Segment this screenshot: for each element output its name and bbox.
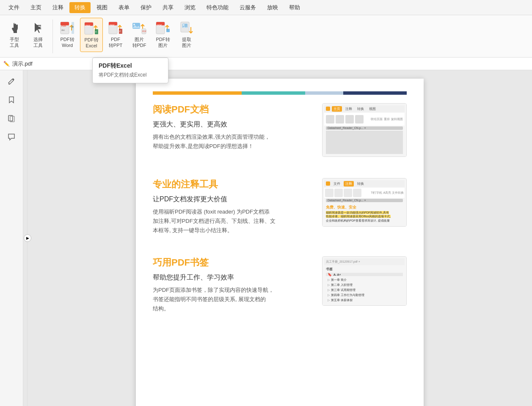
section-bookmark-body: 为PDF页面添加书签，除了实现内容的快速导航，书签还能指明不同书签的层级关系, … (153, 285, 314, 313)
excel-convert-icon: PDF X (84, 21, 99, 36)
svg-rect-31 (166, 29, 170, 32)
mini-ui-reader: 主页 注释 转换 视图 联结页面 重排 (323, 104, 406, 156)
pdf-to-word-button[interactable]: PDF doc W PDF转Word (56, 18, 78, 51)
menu-cloud[interactable]: 云服务 (234, 2, 261, 13)
mini-ui-bookmark: 员工手册_20120917.pdf × 书签 🔖 A- A+ ▷第一章 简介 ▷… (323, 257, 406, 305)
hand-tool-icon (7, 20, 22, 36)
svg-text:PDF: PDF (110, 24, 115, 27)
svg-rect-1 (37, 28, 41, 29)
section-read-text: 阅读PDF文档 更强大、更实用、更高效 拥有出色的文档渲染效果,强大的页面管理功… (153, 103, 314, 151)
svg-text:PDF: PDF (85, 25, 91, 27)
page-top-bar (153, 91, 407, 95)
dropdown-popup: PDF转Excel 将PDF文档转成Excel (92, 58, 168, 83)
word-convert-icon: PDF doc W (60, 20, 75, 36)
section-read: 阅读PDF文档 更强大、更实用、更高效 拥有出色的文档渲染效果,强大的页面管理功… (153, 103, 407, 157)
section-bookmark-title: 巧用PDF书签 (153, 256, 314, 269)
pdf-to-image-label: PDF转图片 (156, 36, 170, 49)
menu-file[interactable]: 文件 (3, 2, 25, 13)
extract-image-icon (179, 20, 194, 36)
svg-text:PDF: PDF (157, 24, 162, 27)
pdf-to-img-icon: PDF (155, 20, 171, 36)
image-to-pdf-icon: PDF (132, 20, 147, 36)
section-read-body: 拥有出色的文档渲染效果,强大的页面管理功能，帮助提升效率,是您阅读PDF的理想选… (153, 132, 314, 151)
hand-icon (8, 21, 21, 35)
select-tool-button[interactable]: 选择工具 (27, 18, 49, 51)
pdf-to-ppt-label: PDF转PPT (109, 36, 122, 49)
menu-annotate[interactable]: 注释 (47, 2, 69, 13)
image-to-pdf-button[interactable]: PDF 图片转PDF (128, 18, 150, 51)
extract-image-button[interactable]: 提取图片 (176, 18, 198, 51)
pdf-page: 阅读PDF文档 更强大、更实用、更高效 拥有出色的文档渲染效果,强大的页面管理功… (136, 79, 424, 406)
sidebar-bookmark-icon[interactable] (4, 92, 19, 107)
mini-annot-content: 免费、快速、安全 福昕阅读器是一款功能强大的PDF阅读软件,具有 性能卓著。福昕… (324, 203, 405, 225)
menu-present[interactable]: 放映 (262, 2, 283, 13)
img-to-pdf-icon: PDF (132, 20, 147, 36)
menu-share[interactable]: 共享 (157, 2, 179, 13)
menu-protect[interactable]: 保护 (135, 2, 157, 13)
bar-light (305, 91, 343, 95)
bar-orange (153, 91, 242, 95)
pencil-icon (7, 77, 16, 85)
cursor-icon (31, 21, 45, 35)
collapse-button[interactable]: ▶ (24, 234, 31, 242)
select-tool-icon (30, 20, 46, 36)
svg-point-23 (133, 24, 135, 25)
extract-img-icon (179, 20, 194, 36)
main-layout: ▶ 阅读PDF文档 更强大、更实用、更高效 拥有出色的文档渲染效果,强大的页面管… (0, 70, 532, 406)
pdf-to-image-button[interactable]: PDF PDF转图片 (152, 18, 174, 51)
menu-view[interactable]: 视图 (91, 2, 113, 13)
svg-point-34 (183, 24, 185, 26)
select-tool-label: 选择工具 (33, 36, 43, 49)
dropdown-title: PDF转Excel (99, 62, 162, 70)
section-bookmark-image: 员工手册_20120917.pdf × 书签 🔖 A- A+ ▷第一章 简介 ▷… (322, 256, 407, 306)
content-area[interactable]: 阅读PDF文档 更强大、更实用、更高效 拥有出色的文档渲染效果,强大的页面管理功… (28, 70, 532, 406)
menu-convert[interactable]: 转换 (69, 2, 91, 13)
comment-icon (7, 133, 16, 141)
sidebar-edit-icon[interactable] (4, 74, 19, 89)
section-annotate: 专业的注释工具 让PDF文档发挥更大价值 使用福昕PDF阅读器 (foxit r… (153, 178, 407, 235)
menu-help[interactable]: 帮助 (284, 2, 305, 13)
sidebar-pages-icon[interactable] (4, 111, 19, 126)
section-bookmark-text: 巧用PDF书签 帮助您提升工作、学习效率 为PDF页面添加书签，除了实现内容的快… (153, 256, 314, 313)
svg-rect-0 (37, 27, 41, 27)
pdf-to-word-label: PDF转Word (61, 36, 74, 49)
pdf-to-ppt-icon: PDF P (108, 20, 123, 36)
ppt-convert-icon: PDF P (108, 20, 123, 36)
menubar: 文件 主页 注释 转换 视图 表单 保护 共享 浏览 特色功能 云服务 放映 帮… (0, 0, 532, 15)
pdf-to-excel-button[interactable]: PDF X PDF转Excel (80, 18, 103, 52)
image-to-pdf-label: 图片转PDF (132, 36, 146, 49)
bookmark-icon (7, 96, 16, 104)
pdf-to-image-icon: PDF (155, 20, 171, 36)
pdf-to-ppt-button[interactable]: PDF P PDF转PPT (105, 18, 127, 51)
mini-ui-annotate: 文件 注释 转换 Tt打字机 A高亮 文件转换 Datasheet_Reader… (323, 178, 406, 226)
menu-browse[interactable]: 浏览 (179, 2, 201, 13)
bar-dark (343, 91, 407, 95)
hand-tool-button[interactable]: 手型工具 (3, 18, 25, 51)
filename-input[interactable] (12, 60, 529, 67)
section-bookmark-subtitle: 帮助您提升工作、学习效率 (153, 273, 314, 282)
sidebar-comment-icon[interactable] (4, 129, 19, 145)
left-sidebar (0, 70, 23, 406)
pages-icon (7, 114, 16, 123)
svg-text:doc: doc (61, 29, 65, 31)
section-read-title: 阅读PDF文档 (153, 103, 314, 116)
svg-rect-2 (37, 25, 41, 26)
menu-forms[interactable]: 表单 (113, 2, 135, 13)
pdf-to-word-icon: PDF doc W (60, 20, 75, 36)
section-read-subtitle: 更强大、更实用、更高效 (153, 120, 314, 129)
dropdown-desc: 将PDF文档转成Excel (99, 71, 162, 79)
svg-text:W: W (72, 26, 74, 28)
bar-teal (242, 91, 305, 95)
svg-text:PDF: PDF (61, 25, 66, 27)
toolbar: 手型工具 选择工具 PDF doc W (0, 15, 532, 58)
hand-tool-label: 手型工具 (10, 36, 19, 49)
menu-home[interactable]: 主页 (25, 2, 47, 13)
left-panel: ▶ (23, 70, 28, 406)
section-annotate-body: 使用福昕PDF阅读器 (foxit reader) 为PDF文档添加注释,可对P… (153, 207, 314, 235)
section-annotate-title: 专业的注释工具 (153, 178, 314, 191)
svg-text:PDF: PDF (142, 30, 146, 33)
pdf-to-excel-label: PDF转Excel (85, 37, 99, 49)
menu-features[interactable]: 特色功能 (201, 2, 234, 13)
section-read-image: 主页 注释 转换 视图 联结页面 重排 (322, 103, 407, 157)
pdf-to-excel-icon: PDF X (84, 21, 99, 36)
